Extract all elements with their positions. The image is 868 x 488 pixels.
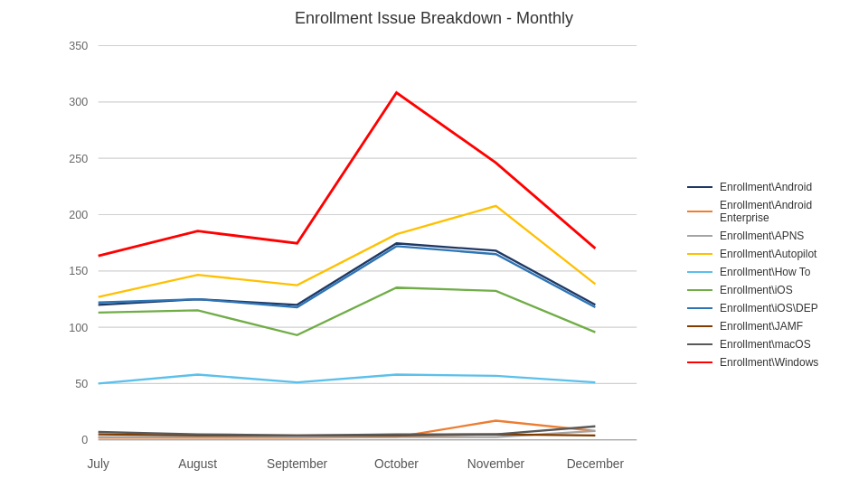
line-android <box>99 243 596 305</box>
legend-item-2: Enrollment\APNS <box>687 230 859 242</box>
legend-item-4: Enrollment\How To <box>687 266 859 278</box>
legend-line-6 <box>687 307 712 309</box>
x-label-november: November <box>467 457 525 471</box>
chart-area: 350 300 250 200 150 100 50 0 July August… <box>36 35 678 488</box>
legend-label-4: Enrollment\How To <box>720 266 811 278</box>
chart-body: 350 300 250 200 150 100 50 0 July August… <box>0 35 868 488</box>
y-label-0: 0 <box>81 434 88 446</box>
legend-label-0: Enrollment\Android <box>720 181 812 193</box>
line-autopilot <box>99 206 596 297</box>
x-label-july: July <box>87 457 109 471</box>
y-label-250: 250 <box>69 153 88 165</box>
legend-label-9: Enrollment\Windows <box>720 356 818 369</box>
legend-label-3: Enrollment\Autopilot <box>720 248 816 260</box>
legend-line-2 <box>687 235 712 237</box>
legend-label-8: Enrollment\macOS <box>720 338 811 351</box>
legend-item-5: Enrollment\iOS <box>687 284 859 296</box>
legend-line-1 <box>687 211 712 212</box>
legend-line-3 <box>687 253 712 255</box>
y-label-100: 100 <box>69 322 88 334</box>
chart-title: Enrollment Issue Breakdown - Monthly <box>295 9 573 28</box>
legend-label-6: Enrollment\iOS\DEP <box>720 302 818 314</box>
legend-label-7: Enrollment\JAMF <box>720 320 803 333</box>
legend-item-8: Enrollment\macOS <box>687 338 859 351</box>
legend-line-4 <box>687 271 712 273</box>
legend-label-1: Enrollment\Android Enterprise <box>720 199 859 224</box>
legend-item-0: Enrollment\Android <box>687 181 859 193</box>
chart-container: Enrollment Issue Breakdown - Monthly 350… <box>0 0 868 488</box>
line-howto <box>99 375 596 384</box>
legend-item-9: Enrollment\Windows <box>687 356 859 369</box>
x-label-august: August <box>178 457 217 471</box>
legend-line-5 <box>687 289 712 291</box>
legend-label-2: Enrollment\APNS <box>720 230 804 242</box>
y-label-200: 200 <box>69 209 88 221</box>
line-windows <box>99 92 596 256</box>
y-label-350: 350 <box>69 40 88 52</box>
y-label-300: 300 <box>69 96 88 108</box>
legend: Enrollment\AndroidEnrollment\Android Ent… <box>678 35 868 488</box>
y-label-150: 150 <box>69 265 88 277</box>
legend-item-7: Enrollment\JAMF <box>687 320 859 333</box>
legend-line-0 <box>687 186 712 188</box>
line-ios-dep <box>99 246 596 307</box>
x-label-october: October <box>374 457 419 471</box>
main-chart-svg: 350 300 250 200 150 100 50 0 July August… <box>36 35 678 488</box>
legend-line-9 <box>687 361 712 363</box>
legend-line-8 <box>687 343 712 345</box>
legend-label-5: Enrollment\iOS <box>720 284 793 296</box>
y-label-50: 50 <box>75 378 88 390</box>
x-label-december: December <box>567 457 625 471</box>
legend-line-7 <box>687 325 712 327</box>
x-label-september: September <box>267 457 328 471</box>
legend-item-3: Enrollment\Autopilot <box>687 248 859 260</box>
legend-item-1: Enrollment\Android Enterprise <box>687 199 859 224</box>
legend-item-6: Enrollment\iOS\DEP <box>687 302 859 314</box>
line-ios <box>99 287 596 335</box>
